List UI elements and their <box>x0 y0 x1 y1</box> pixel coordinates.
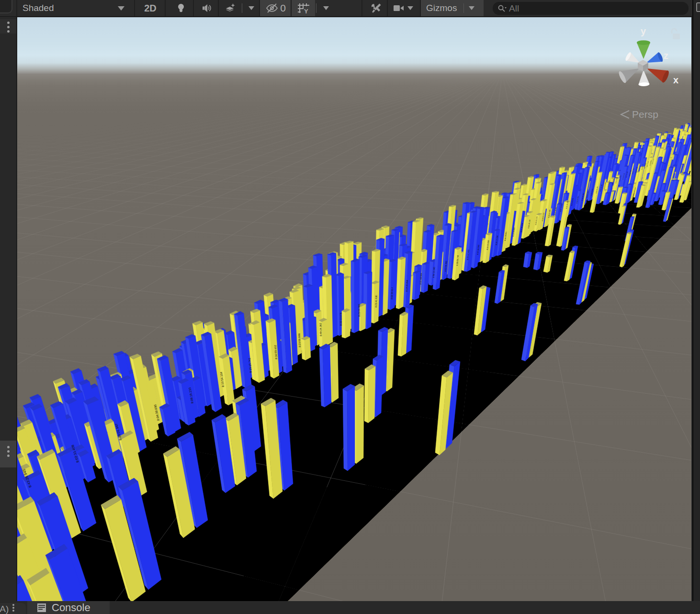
svg-text:x: x <box>673 75 678 85</box>
svg-text:Y: Y <box>304 8 308 15</box>
svg-text:8:05:59.014: 8:05:59.014 <box>391 287 394 299</box>
svg-text:Persp: Persp <box>632 109 658 120</box>
svg-text:8:49:24.362: 8:49:24.362 <box>319 323 322 336</box>
svg-text:8:23:41.530: 8:23:41.530 <box>375 295 378 307</box>
svg-text:y: y <box>641 26 646 36</box>
svg-text:8:21:00.385: 8:21:00.385 <box>358 304 361 317</box>
svg-text:8:33:13.076: 8:33:13.076 <box>339 312 342 326</box>
svg-text:z: z <box>664 50 668 61</box>
